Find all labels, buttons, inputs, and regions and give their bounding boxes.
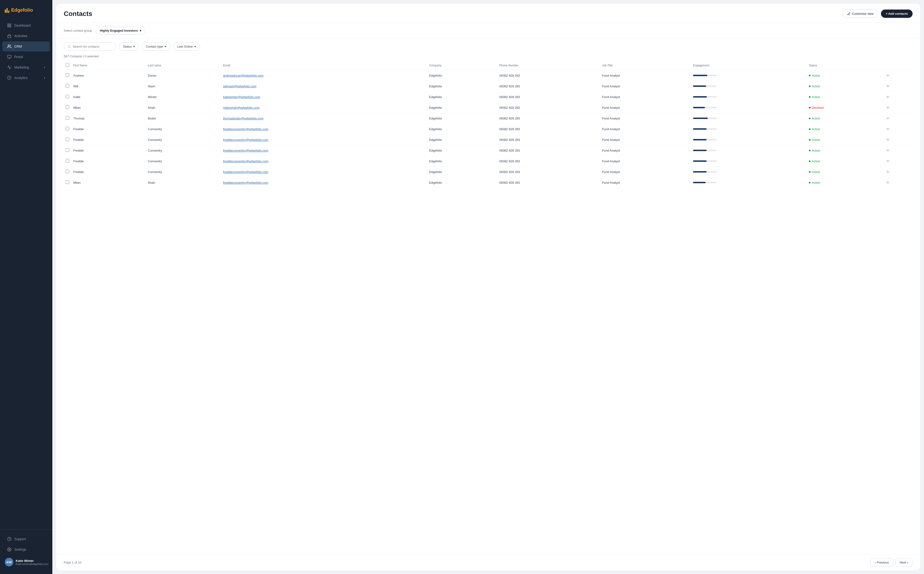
row-checkbox-cell[interactable] xyxy=(64,177,71,188)
row-checkbox[interactable] xyxy=(66,73,69,77)
sidebar-item-dashboard[interactable]: Dashboard xyxy=(2,20,50,30)
row-action[interactable]: ✉ xyxy=(885,177,913,188)
row-email[interactable]: freddieconventry@edgefolio.com xyxy=(221,167,427,177)
mail-icon[interactable]: ✉ xyxy=(886,74,889,77)
row-checkbox[interactable] xyxy=(66,116,69,120)
sidebar-item-analytics[interactable]: Analytics ▾ xyxy=(2,73,50,83)
content-card: Contacts Customise view + Add contacts S… xyxy=(56,4,920,570)
select-all-checkbox[interactable] xyxy=(66,63,69,67)
row-checkbox[interactable] xyxy=(66,137,69,141)
search-input[interactable] xyxy=(72,45,112,48)
row-email[interactable]: willnash@edgefolio.com xyxy=(221,81,427,91)
row-checkbox-cell[interactable] xyxy=(64,70,71,81)
row-email[interactable]: thomasbutter@edgefolio.com xyxy=(221,113,427,124)
mail-icon[interactable]: ✉ xyxy=(886,138,889,142)
svg-rect-6 xyxy=(8,55,11,58)
col-last-name: Last name xyxy=(146,61,221,70)
row-checkbox-cell[interactable] xyxy=(64,156,71,167)
row-status: Declined xyxy=(807,102,885,113)
row-action[interactable]: ✉ xyxy=(885,167,913,177)
next-button[interactable]: Next › xyxy=(895,558,913,566)
row-checkbox[interactable] xyxy=(66,148,69,152)
row-checkbox[interactable] xyxy=(66,84,69,88)
row-first-name: Freddie xyxy=(71,156,146,167)
row-company: Edgefolio xyxy=(427,81,497,91)
status-text: Active xyxy=(811,127,820,131)
sidebar-item-support[interactable]: Support xyxy=(2,534,50,544)
row-email[interactable]: katiewinter@edgefolio.com xyxy=(221,91,427,102)
row-action[interactable]: ✉ xyxy=(885,156,913,167)
status-text: Active xyxy=(811,138,820,142)
status-dot xyxy=(809,75,811,76)
status-text: Active xyxy=(811,74,820,77)
group-dropdown[interactable]: Highly Engaged Investors ▾ xyxy=(96,27,146,35)
row-company: Edgefolio xyxy=(427,70,497,81)
row-checkbox-cell[interactable] xyxy=(64,102,71,113)
row-action[interactable]: ✉ xyxy=(885,124,913,134)
sidebar-item-crm[interactable]: CRM xyxy=(2,41,50,51)
table-row: Freddie Conventry freddieconventry@edgef… xyxy=(64,145,913,156)
row-last-name: Doran xyxy=(146,70,221,81)
row-checkbox-cell[interactable] xyxy=(64,124,71,134)
next-label: Next xyxy=(900,561,906,564)
mail-icon[interactable]: ✉ xyxy=(886,170,889,174)
row-action[interactable]: ✉ xyxy=(885,81,913,91)
table-row: Freddie Conventry freddieconventry@edgef… xyxy=(64,156,913,167)
row-email[interactable]: freddieconventry@edgefolio.com xyxy=(221,156,427,167)
mail-icon[interactable]: ✉ xyxy=(886,106,889,109)
mail-icon[interactable]: ✉ xyxy=(886,84,889,88)
search-input-wrap[interactable] xyxy=(64,43,116,51)
row-checkbox-cell[interactable] xyxy=(64,134,71,145)
add-contacts-button[interactable]: + Add contacts xyxy=(881,9,913,18)
customise-view-button[interactable]: Customise view xyxy=(843,9,878,18)
prev-button[interactable]: ‹ Previous xyxy=(870,558,893,566)
row-checkbox-cell[interactable] xyxy=(64,91,71,102)
row-company: Edgefolio xyxy=(427,113,497,124)
row-checkbox[interactable] xyxy=(66,170,69,173)
table-row: Freddie Conventry freddieconventry@edgef… xyxy=(64,167,913,177)
sidebar-item-marketing[interactable]: Marketing ▾ xyxy=(2,62,50,73)
row-email[interactable]: andrewdoran@edgefolio.com xyxy=(221,70,427,81)
sidebar-item-portal[interactable]: Portal xyxy=(2,52,50,62)
sidebar-label-crm: CRM xyxy=(14,44,22,48)
row-action[interactable]: ✉ xyxy=(885,70,913,81)
user-profile[interactable]: KW Katie Winter Katie.winter@edgefolio.c… xyxy=(0,555,52,569)
row-checkbox[interactable] xyxy=(66,127,69,131)
status-text: Active xyxy=(811,170,820,174)
row-email[interactable]: freddieconventry@edgefolio.com xyxy=(221,145,427,156)
mail-icon[interactable]: ✉ xyxy=(886,159,889,163)
row-checkbox[interactable] xyxy=(66,180,69,184)
row-checkbox-cell[interactable] xyxy=(64,81,71,91)
row-checkbox[interactable] xyxy=(66,95,69,98)
status-text: Active xyxy=(811,181,820,184)
row-action[interactable]: ✉ xyxy=(885,91,913,102)
row-company: Edgefolio xyxy=(427,134,497,145)
row-action[interactable]: ✉ xyxy=(885,134,913,145)
row-checkbox-cell[interactable] xyxy=(64,167,71,177)
row-action[interactable]: ✉ xyxy=(885,113,913,124)
row-email[interactable]: freddieconventry@edgefolio.com xyxy=(221,177,427,188)
contact-type-filter-button[interactable]: Contact type ▾ xyxy=(142,43,170,51)
mail-icon[interactable]: ✉ xyxy=(886,148,889,152)
mail-icon[interactable]: ✉ xyxy=(886,117,889,120)
row-action[interactable]: ✉ xyxy=(885,145,913,156)
status-filter-button[interactable]: Status ▾ xyxy=(119,43,139,51)
row-last-name: Conventry xyxy=(146,167,221,177)
row-email[interactable]: freddieconventry@edgefolio.com xyxy=(221,134,427,145)
row-checkbox[interactable] xyxy=(66,106,69,109)
row-checkbox-cell[interactable] xyxy=(64,145,71,156)
mail-icon[interactable]: ✉ xyxy=(886,181,889,184)
row-email[interactable]: freddieconventry@edgefolio.com xyxy=(221,124,427,134)
row-checkbox[interactable] xyxy=(66,159,69,162)
row-action[interactable]: ✉ xyxy=(885,102,913,113)
sidebar-item-activities[interactable]: Activities xyxy=(2,31,50,41)
row-checkbox-cell[interactable] xyxy=(64,113,71,124)
mail-icon[interactable]: ✉ xyxy=(886,95,889,99)
status-text: Active xyxy=(811,149,820,152)
row-phone: 09382 928 283 xyxy=(497,167,600,177)
filters-bar: Status ▾ Contact type ▾ Last Online ▾ xyxy=(56,39,920,54)
sidebar-item-settings[interactable]: Settings xyxy=(2,544,50,555)
row-email[interactable]: milanshah@edgefolio.com xyxy=(221,102,427,113)
last-online-filter-button[interactable]: Last Online ▾ xyxy=(173,43,200,51)
mail-icon[interactable]: ✉ xyxy=(886,127,889,131)
